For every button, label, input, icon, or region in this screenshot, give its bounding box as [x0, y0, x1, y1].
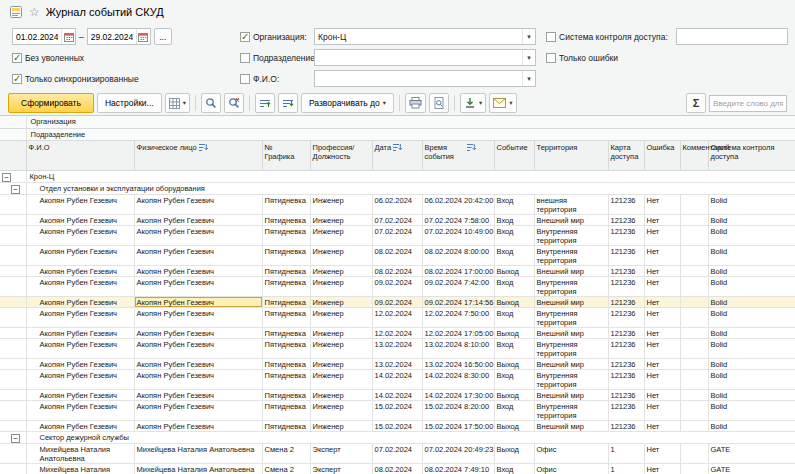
cell-profession[interactable]: Инженер [310, 307, 372, 327]
column-header-fio[interactable]: Ф.И.О [26, 140, 134, 170]
band-label[interactable]: Подразделение [26, 128, 795, 140]
cell-error[interactable]: Нет [644, 369, 680, 389]
cell-event[interactable]: Вход [494, 338, 534, 358]
date-to-input[interactable] [88, 32, 136, 42]
only-synced-label[interactable]: Только синхронизированные [25, 74, 139, 84]
chevron-down-icon[interactable]: ▾ [522, 50, 535, 65]
collapse-toggle-icon[interactable]: − [11, 185, 20, 194]
column-header-system[interactable]: Система контроля доступа [708, 140, 795, 170]
cell-schedule[interactable]: Пятидневка [262, 194, 310, 214]
cell-comment[interactable] [680, 307, 708, 327]
cell-date[interactable]: 14.02.2024 [372, 369, 422, 389]
cell-date[interactable]: 08.02.2024 [372, 265, 422, 276]
cell-error[interactable]: Нет [644, 276, 680, 296]
print-preview-button[interactable] [429, 93, 449, 113]
cell-fio[interactable]: Акопян Рубен Гезевич [26, 307, 134, 327]
group-row-department[interactable]: −Отдел установки и эксплуатации оборудов… [0, 182, 795, 194]
cell-date[interactable]: 13.02.2024 [372, 338, 422, 358]
cell-time[interactable]: 12.02.2024 17:05:00 [422, 327, 494, 338]
cell-card[interactable]: 121236 [608, 225, 644, 245]
cell-error[interactable]: Нет [644, 443, 680, 463]
department-combo[interactable]: ▾ [314, 49, 536, 66]
cell-schedule[interactable]: Пятидневка [262, 420, 310, 431]
cell-profession[interactable]: Инженер [310, 369, 372, 389]
cell-date[interactable]: 12.02.2024 [372, 307, 422, 327]
cell-person[interactable]: Акопян Рубен Гезевич [134, 369, 262, 389]
cell-profession[interactable]: Инженер [310, 194, 372, 214]
calendar-icon[interactable] [61, 29, 75, 44]
cell-comment[interactable] [680, 420, 708, 431]
cell-card[interactable]: 121236 [608, 338, 644, 358]
cell-event[interactable]: Выход [494, 296, 534, 307]
cell-territory[interactable]: Офис [534, 463, 608, 474]
cell-error[interactable]: Нет [644, 307, 680, 327]
cell-fio[interactable]: Акопян Рубен Гезевич [26, 194, 134, 214]
cell-card[interactable]: 1 [608, 443, 644, 463]
column-header-territory[interactable]: Территория [534, 140, 608, 170]
acs-label[interactable]: Система контроля доступа: [559, 32, 668, 42]
cell-system[interactable]: Bolid [708, 307, 795, 327]
cell-schedule[interactable]: Пятидневка [262, 214, 310, 225]
find-button[interactable] [201, 93, 221, 113]
cell-error[interactable]: Нет [644, 400, 680, 420]
cell-system[interactable]: Bolid [708, 194, 795, 214]
cell-territory[interactable]: Внешний мир [534, 296, 608, 307]
cell-person[interactable]: Акопян Рубен Гезевич [134, 338, 262, 358]
cell-comment[interactable] [680, 245, 708, 265]
column-header-card[interactable]: Карта доступа [608, 140, 644, 170]
table-row[interactable]: Акопян Рубен ГезевичАкопян Рубен Гезевич… [0, 225, 795, 245]
cell-time[interactable]: 14.02.2024 17:30:00 [422, 389, 494, 400]
group-row-organization[interactable]: −Крон-Ц [0, 170, 795, 182]
fio-checkbox[interactable] [240, 74, 250, 84]
column-header-person[interactable]: Физическое лицо [134, 140, 262, 170]
cell-person[interactable]: Акопян Рубен Гезевич [134, 214, 262, 225]
cell-schedule[interactable]: Пятидневка [262, 245, 310, 265]
date-from-input[interactable] [13, 32, 61, 42]
cell-person[interactable]: Акопян Рубен Гезевич [134, 265, 262, 276]
cell-event[interactable]: Выход [494, 389, 534, 400]
organization-combo[interactable]: Крон-Ц ▾ [314, 28, 536, 45]
cell-profession[interactable]: Инженер [310, 338, 372, 358]
cell-error[interactable]: Нет [644, 389, 680, 400]
cell-person[interactable]: Михейцева Наталия Анатольевна [134, 443, 262, 463]
cell-fio[interactable]: Акопян Рубен Гезевич [26, 420, 134, 431]
table-row[interactable]: Акопян Рубен ГезевичАкопян Рубен Гезевич… [0, 358, 795, 369]
cell-schedule[interactable]: Пятидневка [262, 389, 310, 400]
cell-event[interactable]: Вход [494, 369, 534, 389]
cell-person[interactable]: Акопян Рубен Гезевич [134, 327, 262, 338]
column-header-event[interactable]: Событие [494, 140, 534, 170]
expand-to-button[interactable]: Разворачивать до ▾ [301, 93, 394, 113]
cell-card[interactable]: 1 [608, 463, 644, 474]
date-from-field[interactable] [12, 28, 76, 45]
cell-system[interactable]: Bolid [708, 358, 795, 369]
cell-comment[interactable] [680, 400, 708, 420]
cell-schedule[interactable]: Пятидневка [262, 296, 310, 307]
cell-date[interactable]: 08.02.2024 [372, 245, 422, 265]
calendar-icon[interactable] [136, 29, 150, 44]
only-errors-label[interactable]: Только ошибки [559, 53, 618, 63]
cell-error[interactable]: Нет [644, 214, 680, 225]
cell-profession[interactable]: Инженер [310, 327, 372, 338]
cell-person[interactable]: Акопян Рубен Гезевич [134, 194, 262, 214]
collapse-groups-button[interactable] [255, 93, 275, 113]
cell-comment[interactable] [680, 214, 708, 225]
cell-date[interactable]: 09.02.2024 [372, 276, 422, 296]
cell-card[interactable]: 121236 [608, 358, 644, 369]
cell-territory[interactable]: Внутренняя территория [534, 307, 608, 327]
cell-event[interactable]: Вход [494, 214, 534, 225]
table-row[interactable]: Акопян Рубен ГезевичАкопян Рубен Гезевич… [0, 327, 795, 338]
cell-date[interactable]: 12.02.2024 [372, 327, 422, 338]
no-fired-label[interactable]: Без уволенных [25, 53, 84, 63]
group-label-department[interactable]: Отдел установки и эксплуатации оборудова… [26, 182, 795, 194]
cell-profession[interactable]: Инженер [310, 400, 372, 420]
cell-event[interactable]: Вход [494, 245, 534, 265]
cell-schedule[interactable]: Пятидневка [262, 307, 310, 327]
group-label-department[interactable]: Сектор дежурной службы [26, 431, 795, 443]
table-row[interactable]: Акопян Рубен ГезевичАкопян Рубен Гезевич… [0, 338, 795, 358]
cell-territory[interactable]: Внутренняя территория [534, 245, 608, 265]
cell-fio[interactable]: Акопян Рубен Гезевич [26, 276, 134, 296]
cell-territory[interactable]: Внешний мир [534, 327, 608, 338]
cell-comment[interactable] [680, 276, 708, 296]
table-row[interactable]: Акопян Рубен ГезевичАкопян Рубен Гезевич… [0, 245, 795, 265]
cell-event[interactable]: Вход [494, 400, 534, 420]
